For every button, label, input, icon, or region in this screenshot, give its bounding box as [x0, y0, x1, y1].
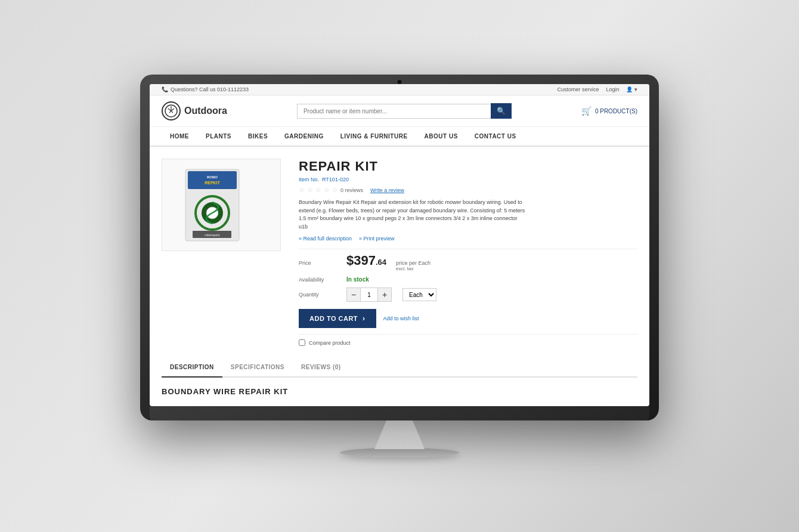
header: Outdoora 🔍 🛒 0 PRODUCT(S) [150, 95, 649, 127]
write-review-link[interactable]: Write a review [370, 187, 404, 193]
tabs-header: DESCRIPTION SPECIFICATIONS REVIEWS (0) [162, 358, 637, 378]
nav-gardening[interactable]: GARDENING [276, 127, 332, 147]
action-row: ADD TO CART › Add to wish list [299, 309, 637, 328]
star-5: ☆ [332, 186, 338, 194]
quantity-controls: − + [346, 287, 392, 302]
price-label: Price [299, 260, 340, 266]
search-button[interactable]: 🔍 [491, 103, 512, 119]
nav: HOME PLANTS BIKES GARDENING LIVING & FUR… [150, 127, 649, 147]
star-4: ☆ [324, 186, 330, 194]
compare-label: Compare product [309, 340, 351, 346]
star-3: ☆ [315, 186, 321, 194]
svg-text:robomparts: robomparts [205, 233, 220, 237]
nav-contact-us[interactable]: CONTACT US [466, 127, 525, 147]
add-to-wishlist-link[interactable]: Add to wish list [383, 316, 419, 321]
product-title: REPAIR KIT [299, 159, 637, 174]
monitor-base [340, 448, 459, 457]
add-to-cart-label: ADD TO CART [309, 315, 358, 322]
unit-select[interactable]: Each [402, 288, 436, 301]
price-per-unit: price per Each excl. tax [396, 260, 431, 271]
tab-specifications[interactable]: SPECIFICATIONS [222, 358, 293, 378]
product-section: ROBO REPKIT robomparts [150, 147, 649, 358]
customer-service-link[interactable]: Customer service [557, 86, 599, 92]
product-details: REPAIR KIT Item No. RT101-020 ☆ ☆ ☆ ☆ [299, 159, 637, 346]
top-bar: 📞 Questions? Call us 010-1112233 Custome… [150, 84, 649, 95]
product-description: Boundary Wire Repair Kit Repair and exte… [299, 199, 525, 231]
nav-home[interactable]: HOME [162, 127, 197, 147]
login-link[interactable]: Login [606, 86, 619, 92]
description-links: Read full description Print preview [299, 236, 637, 242]
availability-status: In stock [346, 276, 369, 283]
logo[interactable]: Outdoora [162, 101, 227, 120]
camera-dot [398, 80, 402, 84]
nav-plants[interactable]: PLANTS [197, 127, 240, 147]
quantity-row: Quantity − + Each [299, 287, 637, 302]
nav-bikes[interactable]: BIKES [240, 127, 276, 147]
monitor-screen: 📞 Questions? Call us 010-1112233 Custome… [150, 84, 649, 406]
star-2: ☆ [307, 186, 313, 194]
compare-row: Compare product [299, 334, 637, 346]
tab-description[interactable]: DESCRIPTION [162, 358, 222, 378]
cart-arrow-icon: › [363, 314, 366, 323]
add-to-cart-button[interactable]: ADD TO CART › [299, 309, 376, 328]
compare-checkbox[interactable] [299, 339, 305, 346]
product-main-image: ROBO REPKIT robomparts [162, 159, 281, 251]
search-icon: 🔍 [497, 107, 506, 115]
availability-label: Availability [299, 277, 340, 283]
print-preview-link[interactable]: Print preview [359, 236, 395, 242]
price-value: $397.64 [346, 253, 386, 268]
logo-text: Outdoora [184, 106, 227, 116]
description-heading: BOUNDARY WIRE REPAIR KIT [162, 387, 637, 396]
quantity-increase-button[interactable]: + [378, 288, 391, 301]
review-count: 0 reviews [340, 187, 363, 193]
availability-row: Availability In stock [299, 276, 637, 283]
logo-icon [162, 101, 181, 120]
search-input[interactable] [297, 104, 491, 119]
cart-icon: 🛒 [581, 106, 591, 116]
nav-living-furniture[interactable]: LIVING & FURNITURE [332, 127, 416, 147]
price-row: Price $397.64 price per Each excl. tax [299, 249, 637, 271]
cart-area[interactable]: 🛒 0 PRODUCT(S) [581, 106, 637, 116]
item-number: Item No. RT101-020 [299, 177, 637, 183]
monitor-stand [370, 420, 429, 449]
cart-label: 0 PRODUCT(S) [595, 108, 637, 115]
quantity-decrease-button[interactable]: − [347, 288, 360, 301]
tab-content: BOUNDARY WIRE REPAIR KIT Repair and exte… [162, 378, 637, 397]
product-image-area: ROBO REPKIT robomparts [162, 159, 281, 346]
star-1: ☆ [299, 186, 305, 194]
tabs-section: DESCRIPTION SPECIFICATIONS REVIEWS (0) B… [150, 358, 649, 397]
phone-icon: 📞 [162, 86, 168, 92]
star-rating: ☆ ☆ ☆ ☆ ☆ 0 reviews Write a review [299, 186, 637, 194]
quantity-input[interactable] [360, 288, 378, 301]
tab-reviews[interactable]: REVIEWS (0) [293, 358, 349, 378]
svg-text:REPKIT: REPKIT [205, 181, 220, 185]
search-bar: 🔍 [297, 103, 512, 119]
phone-number: Questions? Call us 010-1112233 [171, 86, 249, 92]
svg-text:ROBO: ROBO [207, 175, 218, 179]
svg-rect-2 [188, 171, 237, 189]
quantity-label: Quantity [299, 292, 340, 298]
read-full-desc-link[interactable]: Read full description [299, 236, 352, 242]
nav-about-us[interactable]: ABOUT US [416, 127, 466, 147]
user-icon[interactable]: 👤 ▾ [626, 86, 637, 92]
